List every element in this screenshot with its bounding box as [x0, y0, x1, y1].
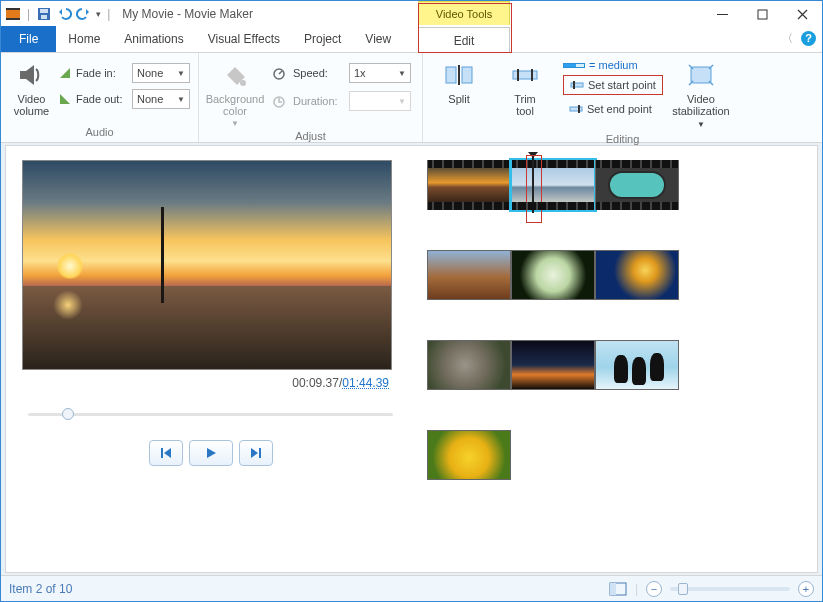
set-end-icon [569, 102, 583, 116]
svg-rect-14 [513, 71, 537, 79]
set-end-point-label: Set end point [587, 103, 652, 115]
ribbon: Video volume Fade in: None▼ Fade out: No… [1, 53, 822, 143]
svg-rect-21 [691, 67, 711, 83]
qat-customize-icon[interactable]: ▾ [96, 9, 101, 19]
tab-edit[interactable]: Edit [418, 27, 510, 53]
svg-rect-20 [578, 105, 580, 113]
trim-icon [509, 59, 541, 91]
qat-undo-icon[interactable] [56, 6, 72, 22]
tab-home[interactable]: Home [56, 26, 112, 52]
fade-in-combo[interactable]: None▼ [132, 63, 190, 83]
svg-rect-17 [571, 83, 583, 87]
clip-4[interactable] [427, 250, 511, 300]
svg-rect-7 [758, 10, 767, 19]
fade-out-combo[interactable]: None▼ [132, 89, 190, 109]
paint-bucket-icon [219, 59, 251, 91]
contextual-tab-group-label: Video Tools [418, 1, 510, 25]
close-button[interactable] [782, 1, 822, 27]
play-button[interactable] [189, 440, 233, 466]
trim-tool-label: Trim tool [514, 93, 536, 117]
svg-rect-1 [6, 8, 20, 10]
clip-7[interactable] [427, 340, 511, 390]
svg-rect-19 [570, 107, 582, 111]
chevron-down-icon: ▼ [398, 97, 406, 106]
group-adjust-label: Adjust [207, 128, 414, 144]
trim-medium-label: = medium [589, 59, 638, 71]
chevron-down-icon: ▼ [398, 69, 406, 78]
chevron-down-icon: ▼ [231, 119, 239, 128]
video-stabilization-button[interactable]: Video stabilization ▼ [673, 57, 729, 131]
split-label: Split [448, 93, 469, 105]
video-volume-button[interactable]: Video volume [9, 57, 54, 117]
zoom-in-button[interactable]: + [798, 581, 814, 597]
clip-3-title[interactable] [595, 160, 679, 210]
set-start-point-button[interactable]: Set start point [563, 75, 663, 95]
trim-tool-button[interactable]: Trim tool [497, 57, 553, 117]
zoom-out-button[interactable]: − [646, 581, 662, 597]
tab-file[interactable]: File [1, 26, 56, 52]
chevron-down-icon: ▼ [177, 69, 185, 78]
status-bar: Item 2 of 10 | − + [1, 575, 822, 601]
set-start-point-label: Set start point [588, 79, 656, 91]
clip-10[interactable] [427, 430, 511, 480]
qat-save-icon[interactable] [36, 6, 52, 22]
clip-5[interactable] [511, 250, 595, 300]
speed-icon [271, 65, 287, 81]
maximize-button[interactable] [742, 1, 782, 27]
storyboard[interactable] [411, 146, 817, 572]
preview-pane: 00:09.37/01:44.39 [6, 146, 411, 572]
video-volume-label: Video volume [14, 93, 49, 117]
svg-rect-12 [462, 67, 472, 83]
status-item-text: Item 2 of 10 [9, 582, 72, 596]
trim-bar-icon [563, 63, 585, 68]
group-audio: Video volume Fade in: None▼ Fade out: No… [1, 53, 199, 142]
total-time: 01:44.39 [342, 376, 389, 390]
playhead[interactable] [532, 157, 534, 213]
tab-project[interactable]: Project [292, 26, 353, 52]
qat-redo-icon[interactable] [76, 6, 92, 22]
seek-thumb[interactable] [62, 408, 74, 420]
clip-9[interactable] [595, 340, 679, 390]
group-editing: Split Trim tool = medium Set start point [423, 53, 822, 142]
tab-visual-effects[interactable]: Visual Effects [196, 26, 292, 52]
svg-rect-25 [610, 583, 616, 595]
ribbon-tabs: File Home Animations Visual Effects Proj… [1, 27, 822, 53]
svg-rect-22 [161, 448, 163, 458]
clip-2-selected[interactable] [511, 160, 595, 210]
duration-label: Duration: [293, 95, 343, 107]
clip-8[interactable] [511, 340, 595, 390]
zoom-thumb[interactable] [678, 583, 688, 595]
svg-rect-23 [259, 448, 261, 458]
prev-frame-button[interactable] [149, 440, 183, 466]
tab-view[interactable]: View [353, 26, 403, 52]
group-adjust: Background color ▼ Speed: 1x▼ Duration: … [199, 53, 423, 142]
speed-combo[interactable]: 1x▼ [349, 63, 411, 83]
svg-rect-5 [41, 15, 47, 19]
zoom-slider[interactable] [670, 587, 790, 591]
tab-animations[interactable]: Animations [112, 26, 195, 52]
help-icon[interactable]: ? [801, 31, 816, 46]
duration-combo: ▼ [349, 91, 411, 111]
minimize-button[interactable] [702, 1, 742, 27]
clip-6[interactable] [595, 250, 679, 300]
storyboard-row [427, 340, 807, 390]
view-switch-icon[interactable] [609, 582, 627, 596]
fade-out-value: None [137, 93, 163, 105]
current-time: 00:09.37 [292, 376, 339, 390]
title-bar: | ▾ | My Movie - Movie Maker [1, 1, 822, 27]
storyboard-row [427, 250, 807, 300]
svg-rect-2 [6, 18, 20, 20]
set-end-point-button[interactable]: Set end point [563, 99, 663, 119]
svg-rect-13 [458, 65, 460, 85]
svg-rect-6 [717, 14, 728, 15]
trim-medium-indicator: = medium [563, 59, 638, 71]
next-frame-button[interactable] [239, 440, 273, 466]
clip-1[interactable] [427, 160, 511, 210]
background-color-label: Background color [206, 93, 265, 117]
collapse-ribbon-icon[interactable]: 〈 [782, 31, 793, 46]
split-button[interactable]: Split [431, 57, 487, 105]
annotation-outline-playhead [526, 155, 542, 223]
svg-rect-18 [573, 81, 575, 89]
chevron-down-icon: ▼ [177, 95, 185, 104]
seek-bar[interactable] [28, 404, 393, 424]
